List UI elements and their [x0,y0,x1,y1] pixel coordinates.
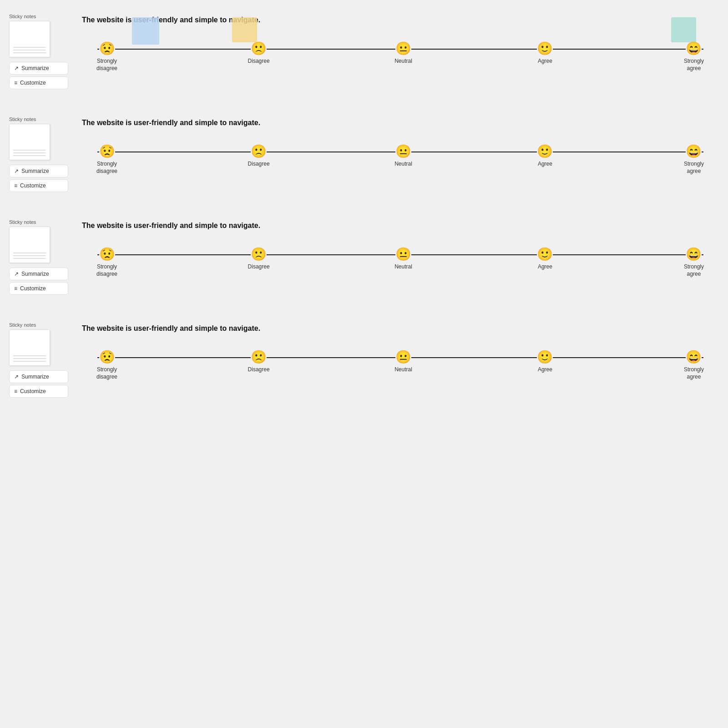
scale-label-0: Strongly disagree [91,58,123,72]
sticky-note-blue [132,17,159,45]
scale-label-2: Neutral [394,161,412,168]
sidebar-buttons: ↗Summarize≡Customize [9,268,68,295]
scale-point-1[interactable]: 🙁Disagree [248,145,270,175]
summarize-label: Summarize [21,65,49,71]
question-title: The website is user-friendly and simple … [82,16,719,24]
scale-point-2[interactable]: 😐Neutral [394,42,412,72]
customize-button[interactable]: ≡Customize [9,385,68,398]
summarize-icon: ↗ [14,374,19,380]
sticky-notes-visual [9,227,50,263]
scale-label-3: Agree [538,58,552,65]
sidebar-buttons: ↗Summarize≡Customize [9,62,68,89]
scale-emoji-4: 😄 [686,248,702,261]
scale-point-4[interactable]: 😄Strongly agree [678,248,710,278]
sticky-notes-label: Sticky notes [9,14,68,19]
scale-label-2: Neutral [394,366,412,374]
customize-button[interactable]: ≡Customize [9,179,68,192]
scale-point-0[interactable]: 😟Strongly disagree [91,351,123,380]
summarize-label: Summarize [21,168,49,174]
scale-points: 😟Strongly disagree🙁Disagree😐Neutral🙂Agre… [91,248,710,278]
scale-emoji-1: 🙁 [251,145,267,158]
scale-emoji-4: 😄 [686,351,702,364]
scale-label-1: Disagree [248,58,270,65]
scale-points: 😟Strongly disagree🙁Disagree😐Neutral🙂Agre… [91,351,710,380]
scale-point-2[interactable]: 😐Neutral [394,145,412,175]
scale-label-4: Strongly agree [678,58,710,72]
question-title: The website is user-friendly and simple … [82,119,719,127]
summarize-icon: ↗ [14,168,19,174]
sidebar-buttons: ↗Summarize≡Customize [9,165,68,192]
sticky-notes-visual [9,124,50,160]
scale-emoji-2: 😐 [395,351,411,364]
scale-emoji-1: 🙁 [251,42,267,55]
question-title: The website is user-friendly and simple … [82,222,719,230]
scale-point-3[interactable]: 🙂Agree [537,42,553,72]
sidebar-2: Sticky notes↗Summarize≡Customize [9,116,68,192]
survey-block-3: Sticky notes↗Summarize≡CustomizeThe webs… [9,219,719,295]
scale-label-1: Disagree [248,366,270,374]
scale-emoji-1: 🙁 [251,248,267,261]
survey-block-2: Sticky notes↗Summarize≡CustomizeThe webs… [9,116,719,192]
scale-emoji-3: 🙂 [537,248,553,261]
survey-block-4: Sticky notes↗Summarize≡CustomizeThe webs… [9,322,719,398]
scale-container: 😟Strongly disagree🙁Disagree😐Neutral🙂Agre… [91,351,710,380]
customize-icon: ≡ [14,285,17,292]
scale-points: 😟Strongly disagree🙁Disagree😐Neutral🙂Agre… [91,145,710,175]
customize-button[interactable]: ≡Customize [9,76,68,89]
sidebar-buttons: ↗Summarize≡Customize [9,370,68,398]
summarize-button[interactable]: ↗Summarize [9,370,68,383]
scale-point-1[interactable]: 🙁Disagree [248,351,270,380]
sidebar-4: Sticky notes↗Summarize≡Customize [9,322,68,398]
scale-point-4[interactable]: 😄Strongly agree [678,351,710,380]
sticky-notes-visual [9,329,50,366]
scale-label-3: Agree [538,366,552,374]
sticky-notes-label: Sticky notes [9,322,68,328]
customize-icon: ≡ [14,80,17,86]
survey-block-1: Sticky notes↗Summarize≡CustomizeThe webs… [9,14,719,89]
main-content-3: The website is user-friendly and simple … [82,219,719,278]
scale-point-4[interactable]: 😄Strongly agree [678,42,710,72]
scale-container: 😟Strongly disagree🙁Disagree😐Neutral🙂Agre… [91,248,710,278]
summarize-label: Summarize [21,271,49,277]
summarize-button[interactable]: ↗Summarize [9,268,68,280]
main-content-4: The website is user-friendly and simple … [82,322,719,380]
main-content-2: The website is user-friendly and simple … [82,116,719,175]
summarize-button[interactable]: ↗Summarize [9,165,68,177]
scale-emoji-1: 🙁 [251,351,267,364]
customize-button[interactable]: ≡Customize [9,282,68,295]
customize-icon: ≡ [14,388,17,394]
scale-point-0[interactable]: 😟Strongly disagree [91,248,123,278]
sidebar-1: Sticky notes↗Summarize≡Customize [9,14,68,89]
scale-label-2: Neutral [394,58,412,65]
customize-label: Customize [20,80,46,86]
scale-point-3[interactable]: 🙂Agree [537,248,553,278]
summarize-icon: ↗ [14,271,19,277]
main-content-1: The website is user-friendly and simple … [82,14,719,72]
summarize-button[interactable]: ↗Summarize [9,62,68,75]
scale-emoji-0: 😟 [99,145,115,158]
scale-points: 😟Strongly disagree🙁Disagree😐Neutral🙂Agre… [91,42,710,72]
scale-point-3[interactable]: 🙂Agree [537,351,553,380]
scale-point-2[interactable]: 😐Neutral [394,248,412,278]
scale-container: 😟Strongly disagree🙁Disagree😐Neutral🙂Agre… [91,42,710,72]
scale-label-0: Strongly disagree [91,161,123,175]
scale-point-3[interactable]: 🙂Agree [537,145,553,175]
scale-point-1[interactable]: 🙁Disagree [248,248,270,278]
question-title: The website is user-friendly and simple … [82,324,719,333]
scale-point-0[interactable]: 😟Strongly disagree [91,42,123,72]
scale-point-1[interactable]: 🙁Disagree [248,42,270,72]
summarize-icon: ↗ [14,65,19,71]
scale-emoji-2: 😐 [395,248,411,261]
scale-point-2[interactable]: 😐Neutral [394,351,412,380]
sticky-note-yellow [232,17,257,42]
scale-point-4[interactable]: 😄Strongly agree [678,145,710,175]
scale-label-4: Strongly agree [678,263,710,278]
scale-label-3: Agree [538,161,552,168]
customize-label: Customize [20,388,46,394]
scale-emoji-3: 🙂 [537,42,553,55]
scale-label-2: Neutral [394,263,412,271]
customize-icon: ≡ [14,182,17,189]
summarize-label: Summarize [21,374,49,380]
scale-point-0[interactable]: 😟Strongly disagree [91,145,123,175]
scale-emoji-4: 😄 [686,42,702,55]
